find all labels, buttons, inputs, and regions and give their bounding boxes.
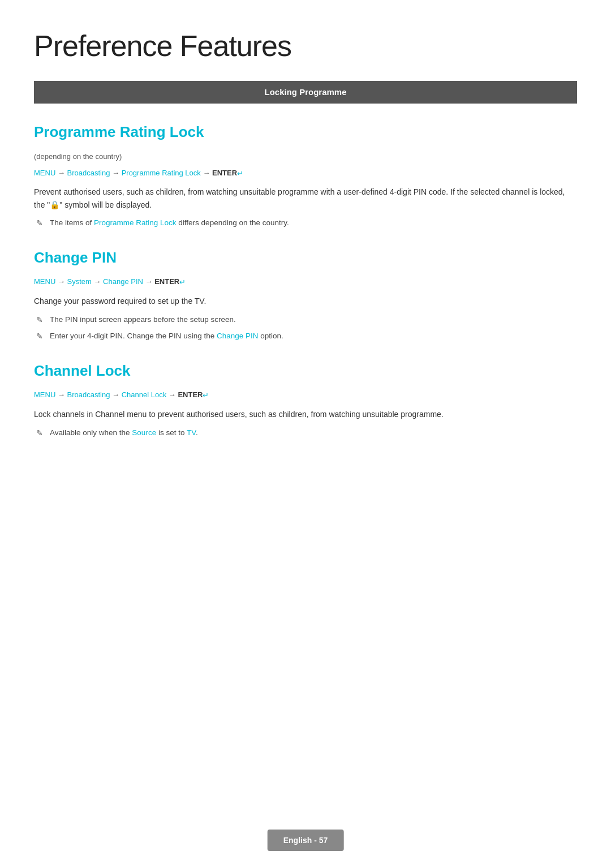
- programme-rating-lock-description: Prevent authorised users, such as childr…: [34, 186, 577, 211]
- arrow3: →: [201, 169, 212, 177]
- note-prefix: Available only when the: [50, 428, 132, 437]
- source-link[interactable]: Source: [132, 428, 156, 437]
- enter-icon: ↵: [237, 168, 243, 180]
- tv-link[interactable]: TV: [187, 428, 196, 437]
- change-pin-note2: Enter your 4-digit PIN. Change the PIN u…: [34, 330, 577, 342]
- programme-rating-lock-section: Programme Rating Lock (depending on the …: [34, 121, 577, 229]
- change-pin-section: Change PIN MENU → System → Change PIN → …: [34, 246, 577, 342]
- page-footer: English - 57: [268, 830, 344, 851]
- channel-lock-description: Lock channels in Channel menu to prevent…: [34, 408, 577, 420]
- enter-icon: ↵: [179, 277, 186, 289]
- note-middle: is set to: [156, 428, 187, 437]
- note2-prefix: Enter your 4-digit PIN. Change the PIN u…: [50, 332, 217, 340]
- broadcasting-link2[interactable]: Broadcasting: [67, 390, 110, 399]
- arrow2: →: [92, 277, 103, 286]
- arrow1: →: [55, 390, 67, 399]
- change-pin-description: Change your password required to set up …: [34, 295, 577, 307]
- channel-lock-section: Channel Lock MENU → Broadcasting → Chann…: [34, 359, 577, 439]
- programme-rating-lock-title: Programme Rating Lock: [34, 121, 577, 144]
- channel-lock-title: Channel Lock: [34, 359, 577, 383]
- arrow3: →: [143, 277, 154, 286]
- menu-label: MENU: [34, 390, 55, 399]
- arrow2: →: [110, 390, 121, 399]
- enter-icon: ↵: [203, 390, 209, 402]
- programme-rating-lock-menu-path: MENU → Broadcasting → Programme Rating L…: [34, 167, 577, 179]
- arrow1: →: [55, 169, 67, 177]
- page-title: Preference Features: [34, 23, 577, 70]
- change-pin-link[interactable]: Change PIN: [103, 277, 143, 286]
- note2-suffix: option.: [258, 332, 283, 340]
- arrow1: →: [55, 277, 67, 286]
- programme-rating-lock-link[interactable]: Programme Rating Lock: [122, 169, 201, 177]
- menu-label: MENU: [34, 277, 55, 286]
- programme-rating-lock-subtitle: (depending on the country): [34, 151, 577, 163]
- system-link[interactable]: System: [67, 277, 92, 286]
- enter-label: ENTER: [178, 390, 203, 399]
- channel-lock-link[interactable]: Channel Lock: [122, 390, 167, 399]
- arrow3: →: [166, 390, 178, 399]
- change-pin-title: Change PIN: [34, 246, 577, 270]
- change-pin-menu-path: MENU → System → Change PIN → ENTER↵: [34, 276, 577, 288]
- menu-label: MENU: [34, 169, 55, 177]
- change-pin-note-link[interactable]: Change PIN: [217, 332, 259, 340]
- note-suffix: .: [196, 428, 198, 437]
- channel-lock-note: Available only when the Source is set to…: [34, 427, 577, 439]
- programme-rating-lock-note-link[interactable]: Programme Rating Lock: [94, 218, 177, 227]
- change-pin-note1: The PIN input screen appears before the …: [34, 313, 577, 326]
- arrow2: →: [110, 169, 121, 177]
- programme-rating-lock-note: The items of Programme Rating Lock diffe…: [34, 217, 577, 229]
- channel-lock-menu-path: MENU → Broadcasting → Channel Lock → ENT…: [34, 389, 577, 401]
- section-header: Locking Programme: [34, 81, 577, 104]
- enter-label: ENTER: [154, 277, 179, 286]
- enter-label: ENTER: [212, 169, 237, 177]
- broadcasting-link[interactable]: Broadcasting: [67, 169, 110, 177]
